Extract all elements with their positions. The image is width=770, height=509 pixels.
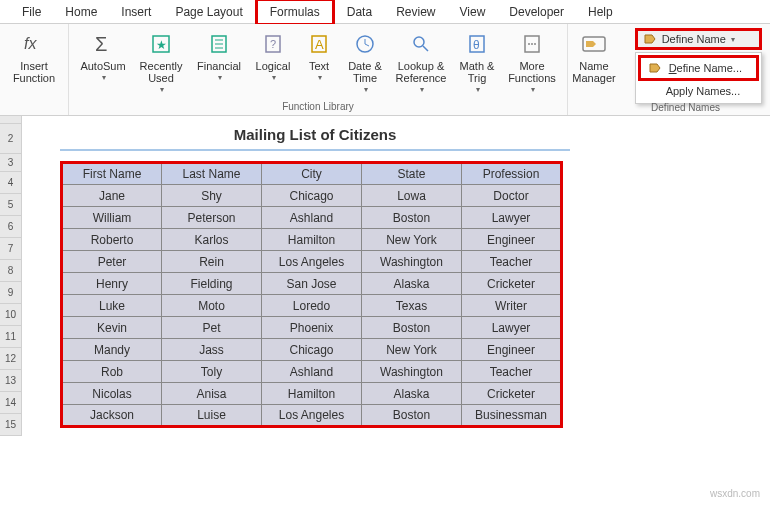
table-cell[interactable]: Luise (162, 405, 262, 427)
table-cell[interactable]: Ashland (262, 361, 362, 383)
row-header[interactable]: 7 (0, 238, 22, 260)
tab-developer[interactable]: Developer (497, 1, 576, 23)
text-button[interactable]: A Text▾ (299, 28, 339, 86)
table-cell[interactable]: New York (362, 229, 462, 251)
row-header[interactable]: 5 (0, 194, 22, 216)
table-cell[interactable]: Teacher (462, 361, 562, 383)
table-cell[interactable]: Lawyer (462, 207, 562, 229)
row-header[interactable]: 3 (0, 154, 22, 172)
row-header[interactable]: 8 (0, 260, 22, 282)
tab-review[interactable]: Review (384, 1, 447, 23)
table-cell[interactable]: Peter (62, 251, 162, 273)
table-cell[interactable]: Roberto (62, 229, 162, 251)
row-header[interactable]: 10 (0, 304, 22, 326)
table-cell[interactable]: Peterson (162, 207, 262, 229)
table-cell[interactable]: Henry (62, 273, 162, 295)
autosum-button[interactable]: Σ AutoSum▾ (75, 28, 131, 86)
lookup-reference-button[interactable]: Lookup & Reference▾ (391, 28, 451, 98)
table-cell[interactable]: Jane (62, 185, 162, 207)
table-cell[interactable]: Washington (362, 251, 462, 273)
table-cell[interactable]: Rob (62, 361, 162, 383)
math-trig-button[interactable]: θ Math & Trig▾ (453, 28, 501, 98)
table-cell[interactable]: Hamilton (262, 383, 362, 405)
tab-home[interactable]: Home (53, 1, 109, 23)
more-functions-button[interactable]: More Functions▾ (503, 28, 561, 98)
column-header[interactable]: Profession (462, 163, 562, 185)
menu-apply-names[interactable]: Apply Names... (638, 81, 759, 101)
tab-insert[interactable]: Insert (109, 1, 163, 23)
table-cell[interactable]: Jass (162, 339, 262, 361)
define-name-dropdown[interactable]: Define Name ▾ (635, 28, 762, 50)
table-cell[interactable]: Luke (62, 295, 162, 317)
table-cell[interactable]: Lowa (362, 185, 462, 207)
table-cell[interactable]: Cricketer (462, 383, 562, 405)
table-cell[interactable]: Moto (162, 295, 262, 317)
tab-file[interactable]: File (10, 1, 53, 23)
column-header[interactable]: State (362, 163, 462, 185)
table-cell[interactable]: Boston (362, 405, 462, 427)
row-header[interactable]: 2 (0, 124, 22, 154)
data-table[interactable]: First NameLast NameCityStateProfession J… (60, 161, 563, 428)
table-cell[interactable]: Texas (362, 295, 462, 317)
table-cell[interactable]: Writer (462, 295, 562, 317)
table-cell[interactable]: Alaska (362, 383, 462, 405)
table-cell[interactable]: Washington (362, 361, 462, 383)
table-cell[interactable]: Los Angeles (262, 405, 362, 427)
name-manager-button[interactable]: Name Manager (566, 28, 622, 86)
row-header[interactable]: 11 (0, 326, 22, 348)
table-cell[interactable]: Anisa (162, 383, 262, 405)
table-cell[interactable]: Alaska (362, 273, 462, 295)
row-header[interactable]: 6 (0, 216, 22, 238)
column-header[interactable]: City (262, 163, 362, 185)
table-cell[interactable]: Boston (362, 317, 462, 339)
table-cell[interactable]: Rein (162, 251, 262, 273)
column-header[interactable]: First Name (62, 163, 162, 185)
tab-data[interactable]: Data (335, 1, 384, 23)
tab-page-layout[interactable]: Page Layout (163, 1, 254, 23)
tab-help[interactable]: Help (576, 1, 625, 23)
table-cell[interactable]: Chicago (262, 185, 362, 207)
table-cell[interactable]: Boston (362, 207, 462, 229)
table-cell[interactable]: Karlos (162, 229, 262, 251)
table-cell[interactable]: Mandy (62, 339, 162, 361)
row-header[interactable]: 9 (0, 282, 22, 304)
table-cell[interactable]: Loredo (262, 295, 362, 317)
table-cell[interactable]: Jackson (62, 405, 162, 427)
logical-button[interactable]: ? Logical▾ (249, 28, 297, 86)
row-header[interactable]: 15 (0, 414, 22, 436)
tab-formulas[interactable]: Formulas (255, 0, 335, 26)
table-cell[interactable]: Hamilton (262, 229, 362, 251)
table-cell[interactable]: Engineer (462, 229, 562, 251)
row-header[interactable]: 4 (0, 172, 22, 194)
table-cell[interactable]: Doctor (462, 185, 562, 207)
table-cell[interactable]: Toly (162, 361, 262, 383)
table-cell[interactable]: Nicolas (62, 383, 162, 405)
insert-function-button[interactable]: fx Insert Function (6, 28, 62, 86)
table-cell[interactable]: Businessman (462, 405, 562, 427)
table-cell[interactable]: Cricketer (462, 273, 562, 295)
table-cell[interactable]: Phoenix (262, 317, 362, 339)
table-cell[interactable]: Lawyer (462, 317, 562, 339)
row-header[interactable]: 13 (0, 370, 22, 392)
table-cell[interactable]: Ashland (262, 207, 362, 229)
financial-button[interactable]: Financial▾ (191, 28, 247, 86)
table-cell[interactable]: Engineer (462, 339, 562, 361)
date-time-button[interactable]: Date & Time▾ (341, 28, 389, 98)
table-cell[interactable]: William (62, 207, 162, 229)
table-cell[interactable]: Los Angeles (262, 251, 362, 273)
menu-define-name[interactable]: Define Name... (638, 55, 759, 81)
table-cell[interactable]: Teacher (462, 251, 562, 273)
table-cell[interactable]: San Jose (262, 273, 362, 295)
column-header[interactable]: Last Name (162, 163, 262, 185)
table-cell[interactable]: New York (362, 339, 462, 361)
table-cell[interactable]: Shy (162, 185, 262, 207)
tab-view[interactable]: View (448, 1, 498, 23)
table-cell[interactable]: Kevin (62, 317, 162, 339)
row-header[interactable]: 12 (0, 348, 22, 370)
table-cell[interactable]: Pet (162, 317, 262, 339)
recently-used-button[interactable]: ★ Recently Used▾ (133, 28, 189, 98)
table-cell[interactable]: Chicago (262, 339, 362, 361)
chevron-down-icon: ▾ (364, 84, 368, 96)
row-header[interactable]: 14 (0, 392, 22, 414)
table-cell[interactable]: Fielding (162, 273, 262, 295)
